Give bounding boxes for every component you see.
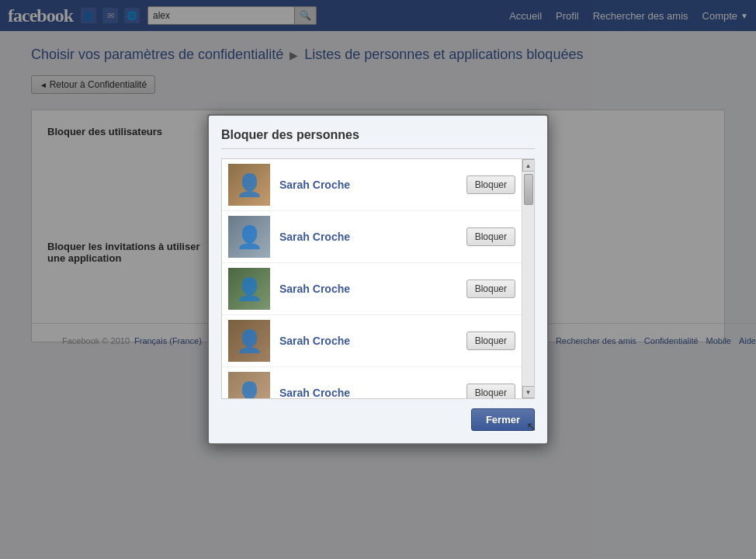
person-avatar-0 [228, 164, 270, 206]
person-name-3: Sarah Croche [279, 335, 466, 347]
avatar-image-0 [228, 164, 270, 206]
person-row: Sarah Croche Bloquer [222, 263, 522, 315]
avatar-image-3 [228, 320, 270, 362]
person-row: Sarah Croche Bloquer [222, 159, 522, 211]
bloquer-button-3[interactable]: Bloquer [466, 332, 515, 350]
person-avatar-1 [228, 216, 270, 258]
avatar-image-2 [228, 268, 270, 310]
bloquer-button-4[interactable]: Bloquer [466, 384, 515, 398]
person-name-0: Sarah Croche [279, 179, 466, 191]
person-avatar-3 [228, 320, 270, 362]
person-name-2: Sarah Croche [279, 283, 466, 295]
scrollbar: ▲ ▼ [522, 159, 534, 398]
modal-dialog: Bloquer des personnes Sarah Croche Bloqu… [207, 114, 549, 445]
modal-title: Bloquer des personnes [221, 128, 535, 149]
scroll-thumb[interactable] [524, 174, 533, 205]
scroll-down-arrow[interactable]: ▼ [522, 386, 535, 398]
avatar-image-1 [228, 216, 270, 258]
avatar-image-4 [228, 372, 270, 398]
person-row: Sarah Croche Bloquer [222, 211, 522, 263]
person-avatar-4 [228, 372, 270, 398]
bloquer-button-0[interactable]: Bloquer [466, 175, 515, 194]
modal-overlay: Bloquer des personnes Sarah Croche Bloqu… [0, 0, 756, 559]
bloquer-button-2[interactable]: Bloquer [466, 280, 515, 298]
person-row: Sarah Croche Bloquer [222, 367, 522, 398]
person-name-1: Sarah Croche [279, 231, 466, 243]
modal-footer: Fermer ↖ [221, 408, 535, 431]
people-list: Sarah Croche Bloquer Sarah Croche Bloque… [221, 158, 535, 399]
person-row: Sarah Croche Bloquer [222, 315, 522, 367]
people-list-inner[interactable]: Sarah Croche Bloquer Sarah Croche Bloque… [222, 159, 522, 398]
person-avatar-2 [228, 268, 270, 310]
scroll-up-arrow[interactable]: ▲ [522, 159, 535, 172]
bloquer-button-1[interactable]: Bloquer [466, 227, 515, 246]
scroll-track [523, 172, 534, 385]
person-name-4: Sarah Croche [279, 387, 466, 398]
fermer-button[interactable]: Fermer [471, 408, 535, 431]
